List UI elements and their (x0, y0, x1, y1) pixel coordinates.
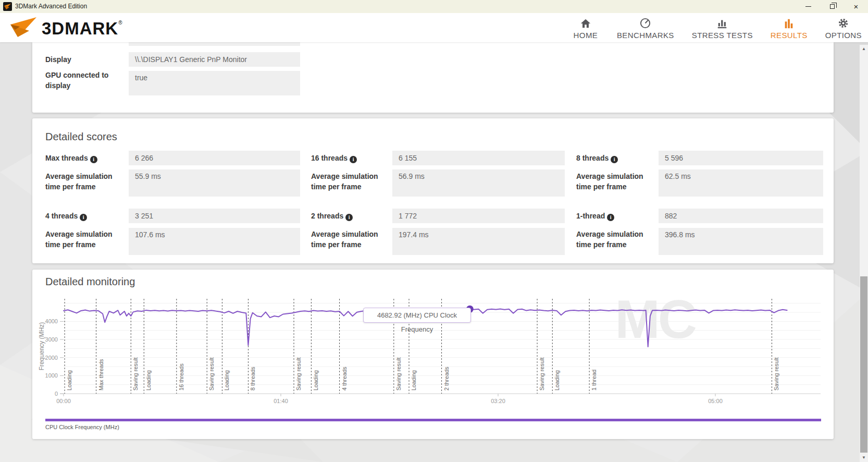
brand-wing-icon (8, 16, 38, 41)
score-label: Max threadsi (45, 151, 125, 165)
svg-text:Loading: Loading (224, 370, 230, 391)
gauge-icon (639, 16, 651, 29)
vertical-scrollbar[interactable]: ▲ ▼ (860, 45, 868, 462)
svg-text:00:00: 00:00 (56, 398, 71, 404)
info-icon[interactable]: i (345, 214, 353, 221)
detailed-scores-card: Detailed scores Max threadsi 6 266 Avera… (32, 118, 834, 263)
clipped-field-box (129, 42, 300, 46)
score-label: 2 threadsi (311, 209, 390, 223)
title-bar: 3DMark Advanced Edition × (0, 0, 868, 13)
avg-time-value: 396.8 ms (659, 228, 823, 255)
svg-text:MC: MC (615, 289, 696, 349)
avg-time-value: 197.4 ms (392, 228, 565, 255)
svg-text:8 threads: 8 threads (250, 367, 256, 391)
minimize-button[interactable] (796, 0, 820, 13)
score-value: 5 596 (659, 151, 823, 165)
score-value: 3 251 (129, 209, 300, 223)
score-value: 6 155 (392, 151, 565, 165)
score-value: 882 (659, 209, 823, 223)
avg-time-label: Average simulation time per frame (576, 229, 657, 250)
results-bars-icon (783, 16, 795, 29)
nav-options[interactable]: OPTIONS (825, 16, 862, 40)
registered-mark: ® (118, 20, 122, 26)
svg-text:0: 0 (55, 391, 58, 397)
svg-text:4000: 4000 (45, 318, 58, 324)
score-value: 1 772 (392, 209, 565, 223)
scroll-down-arrow-icon[interactable]: ▼ (860, 454, 868, 462)
scrollbar-thumb[interactable] (860, 276, 867, 453)
app-icon (3, 2, 12, 11)
detailed-monitoring-card: Detailed monitoring MC01000200030004000F… (32, 270, 834, 439)
avg-time-label: Average simulation time per frame (576, 171, 657, 192)
system-info-card: Display \\.\DISPLAY1 Generic PnP Monitor… (32, 42, 834, 113)
app-header: 3DMARK® HOME BENCHMARKS STRESS TESTS RES… (0, 13, 868, 42)
svg-text:Saving result: Saving result (295, 357, 302, 391)
score-label: 16 threadsi (311, 151, 390, 165)
brand-name: 3DMARK® (42, 19, 123, 39)
svg-text:Saving result: Saving result (539, 357, 545, 391)
chart-tooltip: 4682.92 (MHz) CPU Clock Frequency (363, 308, 471, 323)
chart-legend-label[interactable]: CPU Clock Frequency (MHz) (45, 424, 119, 430)
info-icon[interactable]: i (80, 214, 87, 221)
gpu-connected-field-label: GPU connected to display (45, 70, 123, 91)
gpu-connected-field-value: true (129, 71, 300, 95)
svg-text:Saving result: Saving result (132, 357, 139, 391)
info-icon[interactable]: i (611, 156, 618, 163)
score-value: 6 266 (129, 151, 300, 165)
svg-text:Loading: Loading (66, 370, 72, 391)
avg-time-value: 62.5 ms (659, 169, 823, 197)
svg-text:Loading: Loading (411, 370, 417, 391)
svg-text:16 threads: 16 threads (178, 363, 184, 391)
svg-text:Saving result: Saving result (208, 357, 215, 391)
window-title: 3DMark Advanced Edition (15, 3, 87, 10)
score-label: 8 threadsi (576, 151, 657, 165)
avg-time-value: 55.9 ms (129, 169, 300, 197)
svg-text:Saving result: Saving result (773, 357, 779, 391)
brand-logo[interactable]: 3DMARK® (8, 16, 123, 41)
avg-time-label: Average simulation time per frame (311, 229, 390, 250)
svg-text:Frequency (MHz): Frequency (MHz) (38, 322, 45, 371)
svg-text:05:00: 05:00 (708, 398, 723, 404)
svg-text:01:40: 01:40 (274, 398, 288, 404)
nav-stress-tests[interactable]: STRESS TESTS (692, 16, 753, 40)
info-icon[interactable]: i (350, 156, 357, 163)
svg-text:3000: 3000 (45, 336, 58, 343)
detailed-scores-title: Detailed scores (45, 131, 117, 143)
scroll-up-arrow-icon[interactable]: ▲ (860, 45, 868, 53)
restore-button[interactable] (820, 0, 844, 13)
svg-text:2 threads: 2 threads (443, 367, 450, 391)
main-nav: HOME BENCHMARKS STRESS TESTS RESULTS (572, 16, 862, 40)
nav-benchmarks[interactable]: BENCHMARKS (617, 16, 674, 40)
svg-text:1 thread: 1 thread (591, 370, 597, 391)
svg-text:Loading: Loading (554, 370, 560, 391)
display-field-value: \\.\DISPLAY1 Generic PnP Monitor (129, 52, 300, 67)
svg-text:Loading: Loading (145, 370, 152, 391)
info-icon[interactable]: i (90, 156, 97, 163)
avg-time-value: 56.9 ms (392, 169, 565, 197)
display-field-label: Display (45, 52, 123, 67)
nav-results[interactable]: RESULTS (771, 16, 808, 40)
home-icon (580, 16, 591, 29)
bar-chart-base-icon (716, 16, 728, 29)
svg-text:Saving result: Saving result (395, 357, 402, 391)
avg-time-label: Average simulation time per frame (45, 171, 125, 192)
score-label: 1-threadi (576, 209, 657, 223)
score-label: 4 threadsi (45, 209, 125, 223)
avg-time-label: Average simulation time per frame (311, 171, 390, 192)
svg-text:Max threads: Max threads (98, 359, 104, 391)
avg-time-value: 107.6 ms (129, 228, 300, 255)
svg-text:2000: 2000 (45, 355, 58, 361)
svg-text:Loading: Loading (313, 370, 319, 391)
nav-home[interactable]: HOME (572, 16, 599, 40)
monitoring-chart-svg[interactable]: MC01000200030004000Frequency (MHz)00:000… (32, 270, 834, 439)
svg-text:4 threads: 4 threads (341, 367, 348, 391)
gear-icon (837, 16, 849, 29)
avg-time-label: Average simulation time per frame (45, 229, 125, 250)
info-icon[interactable]: i (607, 214, 614, 221)
svg-text:03:20: 03:20 (491, 398, 505, 404)
close-button[interactable]: × (844, 0, 868, 13)
svg-text:1000: 1000 (45, 372, 58, 379)
